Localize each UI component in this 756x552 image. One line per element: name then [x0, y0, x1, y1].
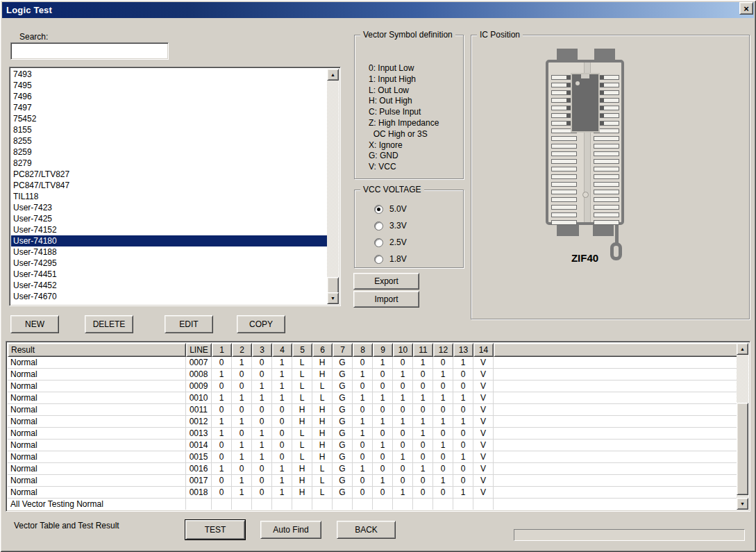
- vector-cell: 0: [433, 451, 453, 463]
- column-header[interactable]: 9: [373, 343, 393, 357]
- list-item[interactable]: User-74452: [11, 280, 327, 291]
- table-row[interactable]: Normal00150110LHG001001V: [8, 451, 738, 463]
- table-row[interactable]: Normal00110000HHG000000V: [8, 404, 738, 416]
- table-row[interactable]: Normal00121100HHG111111V: [8, 416, 738, 428]
- list-item[interactable]: 7493: [11, 69, 327, 80]
- table-row[interactable]: Normal00081001LHG101010V: [8, 369, 738, 380]
- result-table-scrollbar[interactable]: ▲ ▼: [737, 343, 748, 510]
- vcc-option[interactable]: 2.5V: [374, 237, 407, 247]
- table-row[interactable]: Normal00090011LLG000000V: [8, 380, 738, 392]
- table-row[interactable]: Normal00161001HLG100100V: [8, 463, 738, 475]
- vcc-option[interactable]: 5.0V: [374, 204, 407, 214]
- table-row[interactable]: Normal00101111LLG111111V: [8, 392, 738, 404]
- list-item[interactable]: 8259: [11, 147, 327, 158]
- radio-button[interactable]: [374, 221, 383, 231]
- vcc-option[interactable]: 3.3V: [374, 221, 407, 231]
- column-header[interactable]: 11: [413, 343, 433, 357]
- column-header[interactable]: 12: [433, 343, 453, 357]
- export-button[interactable]: Export: [353, 273, 419, 290]
- table-scroll-down-button[interactable]: ▼: [737, 498, 748, 510]
- search-input[interactable]: [10, 42, 169, 60]
- vector-cell: 0017: [186, 475, 212, 487]
- column-header[interactable]: 8: [353, 343, 373, 357]
- table-row[interactable]: Normal00180101HLG001001V: [8, 487, 738, 499]
- vector-cell: V: [473, 475, 494, 487]
- column-header[interactable]: 7: [333, 343, 353, 357]
- vector-cell: 0: [453, 428, 473, 440]
- column-header[interactable]: 3: [252, 343, 272, 357]
- vector-cell: [252, 499, 272, 510]
- table-row[interactable]: Normal00140110LHG010010V: [8, 440, 738, 451]
- list-item[interactable]: TIL118: [11, 191, 327, 202]
- chip-pin-stub-right: [599, 122, 604, 125]
- vector-cell: H: [292, 416, 312, 428]
- auto-find-button[interactable]: Auto Find: [260, 521, 321, 539]
- row-filler-cell: [494, 369, 738, 380]
- column-header[interactable]: 10: [393, 343, 413, 357]
- list-item[interactable]: User-74670: [11, 291, 327, 302]
- list-item[interactable]: User-74451: [11, 269, 327, 280]
- list-item[interactable]: 7497: [11, 102, 327, 113]
- list-item[interactable]: 8279: [11, 158, 327, 169]
- list-item[interactable]: User-74188: [11, 246, 327, 258]
- list-item[interactable]: 8255: [11, 135, 327, 147]
- import-button[interactable]: Import: [353, 291, 419, 308]
- column-header[interactable]: 13: [453, 343, 473, 357]
- table-scrollbar-thumb[interactable]: [737, 403, 748, 495]
- vector-cell: [353, 499, 373, 510]
- radio-button[interactable]: [374, 205, 383, 214]
- radio-button[interactable]: [374, 255, 383, 264]
- list-item[interactable]: 7495: [11, 80, 327, 91]
- list-item[interactable]: PC847/LTV847: [11, 180, 327, 191]
- vector-cell: [212, 499, 232, 510]
- copy-button[interactable]: COPY: [237, 315, 285, 333]
- scroll-down-button[interactable]: ▼: [327, 292, 339, 304]
- column-header[interactable]: LINE: [186, 343, 212, 357]
- vector-cell: 1: [433, 440, 453, 451]
- vector-cell: 1: [433, 416, 453, 428]
- test-button[interactable]: TEST: [185, 520, 245, 540]
- list-item[interactable]: 75452: [11, 113, 327, 124]
- vector-cell: [292, 499, 312, 510]
- result-table: ResultLINE1234567891011121314 Normal0007…: [6, 341, 750, 512]
- table-row[interactable]: Normal00070101LHG010101V: [8, 357, 738, 369]
- close-button[interactable]: ×: [739, 2, 753, 15]
- new-button[interactable]: NEW: [10, 315, 59, 333]
- column-header[interactable]: 6: [312, 343, 333, 357]
- vector-cell: [413, 499, 433, 510]
- column-header[interactable]: 14: [473, 343, 494, 357]
- vector-cell: 1: [212, 463, 232, 475]
- delete-button[interactable]: DELETE: [85, 315, 133, 333]
- list-item[interactable]: 8155: [11, 124, 327, 135]
- radio-button[interactable]: [374, 238, 383, 247]
- vector-cell: 1: [272, 475, 292, 487]
- vcc-option[interactable]: 1.8V: [374, 254, 407, 264]
- vector-cell: 0010: [186, 392, 212, 404]
- vector-cell: 1: [453, 357, 473, 369]
- device-list-scrollbar[interactable]: ▲ ▼: [327, 69, 339, 304]
- column-header[interactable]: 4: [272, 343, 292, 357]
- list-item[interactable]: User-74180: [11, 235, 327, 246]
- table-row[interactable]: Normal00131010LHG100100V: [8, 428, 738, 440]
- table-scroll-up-button[interactable]: ▲: [737, 343, 748, 355]
- list-item[interactable]: User-74152: [11, 224, 327, 235]
- scrollbar-thumb[interactable]: [327, 277, 339, 294]
- vector-cell: V: [473, 392, 494, 404]
- list-item[interactable]: User-74295: [11, 258, 327, 269]
- list-item[interactable]: PC827/LTV827: [11, 169, 327, 180]
- vector-cell: G: [333, 392, 353, 404]
- title-bar[interactable]: Logic Test: [2, 2, 754, 18]
- column-header[interactable]: 2: [232, 343, 252, 357]
- scroll-up-button[interactable]: ▲: [327, 69, 339, 81]
- table-row[interactable]: Normal00170101HLG010010V: [8, 475, 738, 487]
- pin-slot-left: [551, 151, 577, 156]
- vector-cell: 1: [212, 416, 232, 428]
- column-header[interactable]: 1: [212, 343, 232, 357]
- back-button[interactable]: BACK: [337, 521, 396, 539]
- edit-button[interactable]: EDIT: [165, 315, 213, 333]
- column-header[interactable]: Result: [8, 343, 186, 357]
- list-item[interactable]: User-7425: [11, 213, 327, 224]
- column-header[interactable]: 5: [292, 343, 312, 357]
- list-item[interactable]: User-7423: [11, 202, 327, 213]
- list-item[interactable]: 7496: [11, 91, 327, 102]
